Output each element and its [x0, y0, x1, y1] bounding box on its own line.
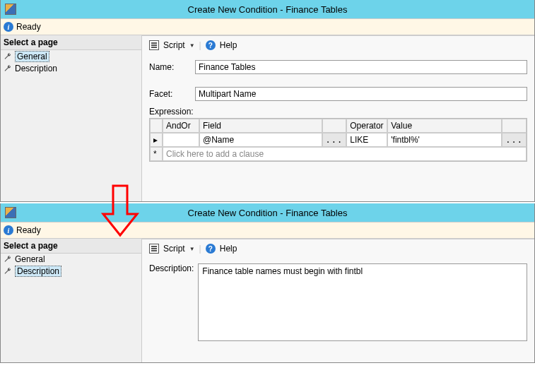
sidebar-header: Select a page [1, 239, 141, 254]
wrench-icon [4, 52, 12, 61]
status-text: Ready [16, 225, 41, 235]
sidebar-item-label: Description [15, 64, 57, 73]
main-panel-general: Script ▼ | ? Help Name: Facet: Expressio… [142, 35, 534, 201]
sidebar: Select a page General Description [1, 239, 142, 362]
titlebar[interactable]: Create New Condition - Finance Tables [1, 203, 534, 222]
wrench-icon [4, 255, 12, 263]
status-text: Ready [16, 22, 41, 32]
sidebar-item-general[interactable]: General [1, 254, 141, 265]
script-icon [149, 40, 159, 50]
value-picker-button[interactable]: ... [502, 133, 527, 147]
table-row-new[interactable]: * Click here to add a clause [150, 147, 527, 161]
script-button[interactable]: Script [163, 244, 185, 254]
app-icon [5, 4, 16, 15]
row-selector[interactable]: ▸ [150, 133, 163, 147]
sidebar-item-label: Description [15, 266, 61, 277]
window-general: Create New Condition - Finance Tables i … [0, 0, 535, 202]
main-panel-description: Script ▼ | ? Help Description: [142, 239, 534, 362]
col-value[interactable]: Value [387, 119, 502, 133]
toolbar: Script ▼ | ? Help [149, 40, 527, 50]
col-operator[interactable]: Operator [346, 119, 387, 133]
script-icon [149, 244, 159, 254]
help-button[interactable]: Help [220, 40, 237, 50]
facet-input[interactable] [195, 87, 527, 101]
expression-label: Expression: [149, 107, 527, 117]
titlebar[interactable]: Create New Condition - Finance Tables [1, 0, 534, 18]
window-title: Create New Condition - Finance Tables [188, 4, 348, 15]
script-button[interactable]: Script [163, 40, 185, 50]
sidebar-item-description[interactable]: Description [1, 265, 141, 278]
sidebar-item-label: General [15, 51, 49, 62]
description-textarea[interactable] [198, 263, 527, 341]
sidebar-header: Select a page [1, 35, 141, 50]
wrench-icon [4, 267, 12, 275]
expression-grid[interactable]: AndOr Field Operator Value ▸ @Name ... L… [149, 118, 527, 162]
row-new-indicator: * [150, 147, 163, 161]
window-title: Create New Condition - Finance Tables [188, 208, 348, 218]
col-field-btn [322, 119, 347, 133]
add-clause-hint[interactable]: Click here to add a clause [163, 147, 527, 161]
wrench-icon [4, 64, 12, 73]
sidebar-item-general[interactable]: General [1, 50, 141, 63]
table-row[interactable]: ▸ @Name ... LIKE 'fintbl%' ... [150, 133, 527, 147]
col-field[interactable]: Field [199, 119, 322, 133]
cell-operator[interactable]: LIKE [346, 133, 387, 147]
cell-value[interactable]: 'fintbl%' [387, 133, 502, 147]
chevron-down-icon[interactable]: ▼ [189, 246, 195, 252]
col-value-btn [502, 119, 527, 133]
description-label: Description: [149, 263, 198, 273]
name-label: Name: [149, 62, 195, 72]
name-input[interactable] [195, 60, 527, 74]
status-bar: i Ready [1, 222, 534, 239]
help-icon: ? [206, 40, 216, 50]
cell-field[interactable]: @Name [199, 133, 322, 147]
sidebar-item-label: General [15, 254, 45, 264]
app-icon [5, 207, 16, 218]
status-bar: i Ready [1, 18, 534, 35]
help-button[interactable]: Help [220, 244, 237, 254]
sidebar-item-description[interactable]: Description [1, 63, 141, 74]
toolbar: Script ▼ | ? Help [149, 244, 527, 254]
cell-andor[interactable] [163, 133, 199, 147]
grid-corner [150, 119, 163, 133]
col-andor[interactable]: AndOr [163, 119, 199, 133]
info-icon: i [4, 22, 13, 32]
facet-label: Facet: [149, 89, 195, 99]
window-description: Create New Condition - Finance Tables i … [0, 203, 535, 363]
info-icon: i [4, 225, 13, 235]
field-picker-button[interactable]: ... [322, 133, 347, 147]
sidebar: Select a page General Description [1, 35, 142, 201]
help-icon: ? [206, 244, 216, 254]
chevron-down-icon[interactable]: ▼ [189, 42, 195, 49]
